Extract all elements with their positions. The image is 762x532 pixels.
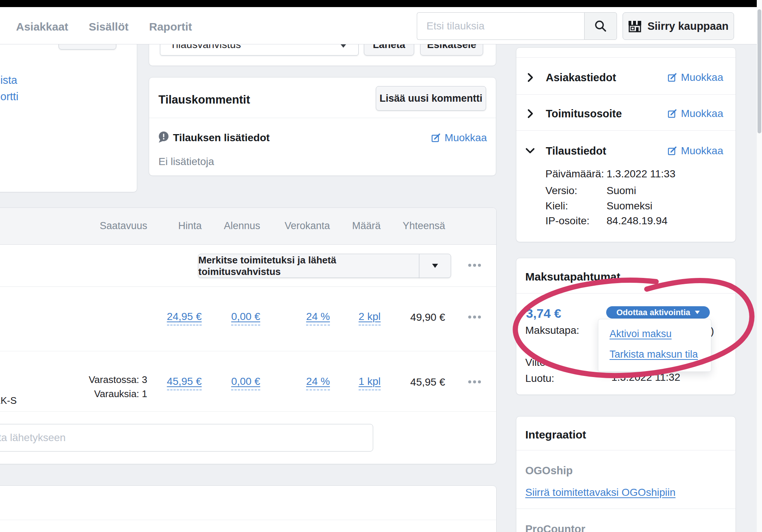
chevron-down-icon [432,264,438,268]
search-icon [594,20,607,32]
add-comment-button[interactable]: Lisää uusi kommentti [376,86,486,111]
order-detail-page: ista ortti Tilausvahvistus Lähetä Esikat… [0,0,762,532]
edit-icon [431,133,441,143]
payment-created-value: 1.3.2022 11:32 [611,371,680,383]
chevron-down-expanded-icon[interactable] [525,146,535,155]
payment-status-menu: Aktivoi maksu Tarkista maksun tila [598,319,711,372]
order-date-label: Päivämäärä: [545,168,604,180]
payment-reference-label: Viite: [525,357,548,368]
chevron-down-icon [695,311,700,314]
shipping-address-section-header[interactable]: Toimitusosoite [546,108,622,120]
search-button[interactable] [584,12,617,40]
integrations-card: Integraatiot OGOship Siirrä toimitettava… [516,416,736,532]
mark-shipped-dropdown-toggle[interactable] [419,254,451,278]
menu-item-check-payment-status[interactable]: Tarkista maksun tila [610,349,698,360]
chevron-right-icon[interactable] [525,109,535,118]
payment-status-pill[interactable]: Odottaa aktivointia [606,306,710,319]
chevron-down-icon [340,44,346,48]
comments-divider [149,118,496,118]
customer-info-section-header[interactable]: Asiakastiedot [546,72,616,84]
nav-item-customers[interactable]: Asiakkaat [16,20,68,33]
left-panel-link-partial-2[interactable]: ortti [0,91,18,103]
order-version-value: Suomi [607,185,636,197]
section-divider [516,130,736,131]
edit-order-info-link[interactable]: Muokkaa [667,145,723,157]
order-search-input[interactable] [417,12,584,40]
nav-item-reports[interactable]: Raportit [149,20,192,33]
left-panel-link-partial-1[interactable]: ista [0,74,17,86]
system-top-strip [0,0,757,7]
order-ip-label: IP-osoite: [545,215,589,227]
order-comments-card: Tilauskommentit Lisää uusi kommentti Til… [149,77,496,176]
row1-actions-menu-icon[interactable] [468,316,481,319]
edit-icon [667,73,677,82]
payments-divider [516,293,736,294]
section-divider [516,94,736,95]
mark-shipped-button[interactable]: Merkitse toimitetuksi ja lähetä toimitus… [198,254,419,278]
edit-icon [667,146,677,156]
payments-card: Maksutapahtumat 3,74 € Odottaa aktivoint… [516,258,736,395]
section-divider [516,57,736,58]
order-comments-title: Tilauskommentit [158,93,250,107]
ogoship-label: OGOship [525,465,573,477]
order-products-card: Saatavuus Hinta Alennus Verokanta Määrä … [0,208,497,464]
bottom-partial-card [0,485,497,532]
order-info-section-header[interactable]: Tilaustiedot [546,145,606,157]
order-language-label: Kieli: [545,200,568,212]
row2-actions-menu-icon[interactable] [468,380,481,383]
row-divider [0,286,496,287]
row-divider [0,351,496,351]
store-icon [628,19,642,33]
order-version-label: Versio: [545,185,577,197]
integrations-divider [516,450,736,450]
row2-sku-partial: LK-S [0,395,17,406]
tracking-code-input[interactable] [0,424,373,452]
payment-created-label: Luotu: [525,373,554,384]
row2-total: 45,95 € [363,376,445,388]
edit-order-details-link[interactable]: Muokkaa [431,132,487,144]
order-ip-value: 84.248.19.94 [607,215,668,227]
edit-icon [667,109,677,118]
row-actions-menu-icon[interactable] [468,264,481,267]
payment-status-label: Odottaa aktivointia [616,308,690,317]
order-language-value: Suomeksi [607,200,652,212]
order-sections-card: Asiakastiedot Muokkaa Toimitusosoite Muo… [516,47,736,242]
bottom-card-divider [0,520,496,520]
payments-title: Maksutapahtumat [525,270,620,283]
integrations-divider [516,509,736,509]
payment-amount-link[interactable]: 3,74 € [526,306,561,321]
page-scrollbar-track[interactable] [757,0,762,532]
order-details-empty-text: Ei lisätietoja [158,156,214,168]
ogoship-transfer-link[interactable]: Siirrä toimitettavaksi OGOshipiin [525,487,676,498]
column-header-total: Yhteensä [363,220,445,232]
edit-shipping-address-link[interactable]: Muokkaa [667,108,723,120]
integrations-title: Integraatiot [525,428,586,441]
edit-customer-info-link[interactable]: Muokkaa [667,72,723,83]
order-date-value: 1.3.2022 11:33 [607,168,676,180]
left-navigation-panel: ista ortti [0,35,137,192]
nav-item-contents[interactable]: Sisällöt [89,20,129,33]
go-to-shop-button[interactable]: Siirry kauppaan [623,12,734,40]
chevron-right-icon[interactable] [525,73,535,82]
order-details-title: Tilauksen lisätiedot [173,132,270,144]
payment-method-label: Maksutapa: [525,324,579,336]
row-divider [0,411,496,412]
page-scrollbar-thumb[interactable] [758,9,761,133]
menu-item-activate-payment[interactable]: Aktivoi maksu [610,328,672,340]
comment-bubble-icon [158,131,170,143]
procountor-label: ProCountor [525,523,585,532]
row1-total: 49,90 € [363,311,445,323]
